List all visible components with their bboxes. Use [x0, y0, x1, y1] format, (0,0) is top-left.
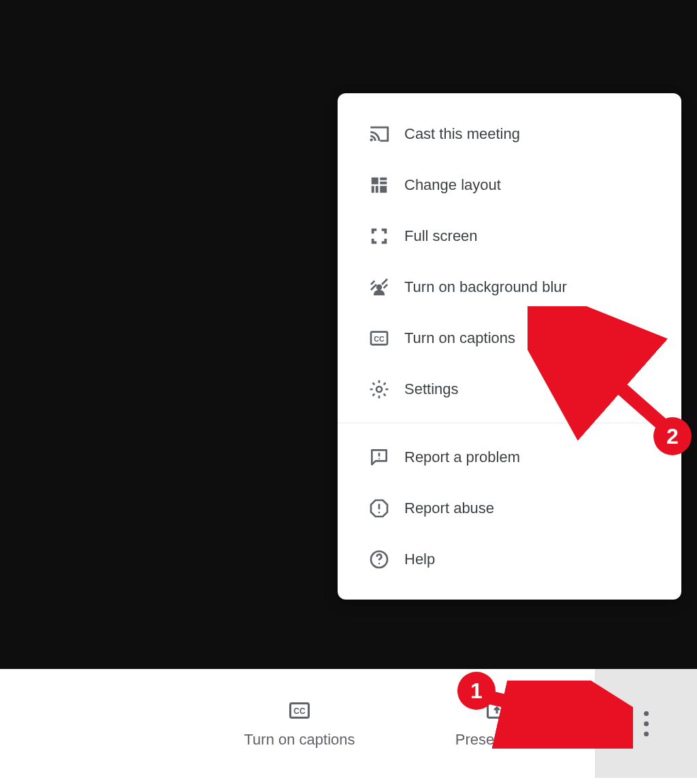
svg-text:CC: CC — [293, 706, 306, 716]
bottom-control-bar: CC Turn on captions Present now — [0, 669, 697, 778]
menu-item-fullscreen[interactable]: Full screen — [338, 210, 681, 261]
svg-line-8 — [371, 284, 376, 290]
more-options-button[interactable] — [595, 669, 697, 778]
layout-icon — [359, 175, 399, 195]
svg-point-0 — [370, 138, 373, 141]
menu-divider — [338, 423, 681, 423]
help-icon — [359, 549, 399, 570]
menu-item-label: Report a problem — [399, 448, 520, 466]
closed-captions-icon: CC — [287, 698, 312, 723]
menu-item-help[interactable]: Help — [338, 534, 681, 585]
svg-rect-2 — [380, 177, 387, 180]
svg-rect-3 — [380, 181, 387, 184]
annotation-step-1: 1 — [457, 672, 496, 710]
captions-button[interactable]: CC Turn on captions — [197, 698, 402, 749]
svg-line-9 — [382, 279, 387, 284]
menu-item-report-abuse[interactable]: Report abuse — [338, 483, 681, 534]
menu-item-label: Full screen — [399, 227, 478, 245]
cast-icon — [359, 122, 399, 146]
svg-text:CC: CC — [374, 334, 385, 342]
closed-captions-icon: CC — [359, 327, 399, 349]
svg-rect-1 — [372, 177, 378, 184]
menu-item-captions[interactable]: CC Turn on captions — [338, 312, 681, 363]
svg-point-19 — [378, 511, 380, 512]
fullscreen-icon — [359, 226, 399, 246]
menu-item-label: Help — [399, 551, 435, 568]
menu-item-label: Cast this meeting — [399, 125, 520, 143]
svg-point-16 — [378, 457, 380, 459]
svg-rect-5 — [376, 186, 378, 193]
menu-item-report-problem[interactable]: Report a problem — [338, 431, 681, 483]
svg-point-11 — [376, 284, 383, 290]
svg-rect-6 — [380, 186, 387, 193]
menu-item-layout[interactable]: Change layout — [338, 159, 681, 210]
svg-point-21 — [378, 562, 380, 564]
menu-item-label: Turn on captions — [399, 329, 515, 347]
gear-icon — [359, 378, 399, 400]
present-button-label: Present now — [455, 731, 538, 749]
feedback-icon — [359, 446, 399, 468]
captions-button-label: Turn on captions — [244, 731, 355, 749]
menu-item-settings[interactable]: Settings — [338, 363, 681, 414]
svg-point-14 — [376, 387, 382, 392]
svg-line-7 — [371, 280, 374, 284]
annotation-step-2: 2 — [653, 417, 692, 455]
background-blur-icon — [359, 276, 399, 298]
svg-line-10 — [384, 284, 387, 288]
menu-item-label: Change layout — [399, 176, 501, 194]
menu-item-background-blur[interactable]: Turn on background blur — [338, 261, 681, 312]
menu-item-label: Settings — [399, 380, 459, 398]
menu-item-cast[interactable]: Cast this meeting — [338, 108, 681, 159]
report-abuse-icon — [359, 497, 399, 519]
svg-rect-4 — [372, 186, 374, 193]
more-options-menu: Cast this meeting Change layout — [338, 93, 681, 600]
present-now-button[interactable]: Present now — [402, 698, 592, 749]
menu-item-label: Report abuse — [399, 500, 494, 517]
more-vert-icon — [644, 711, 649, 736]
menu-item-label: Turn on background blur — [399, 278, 567, 296]
